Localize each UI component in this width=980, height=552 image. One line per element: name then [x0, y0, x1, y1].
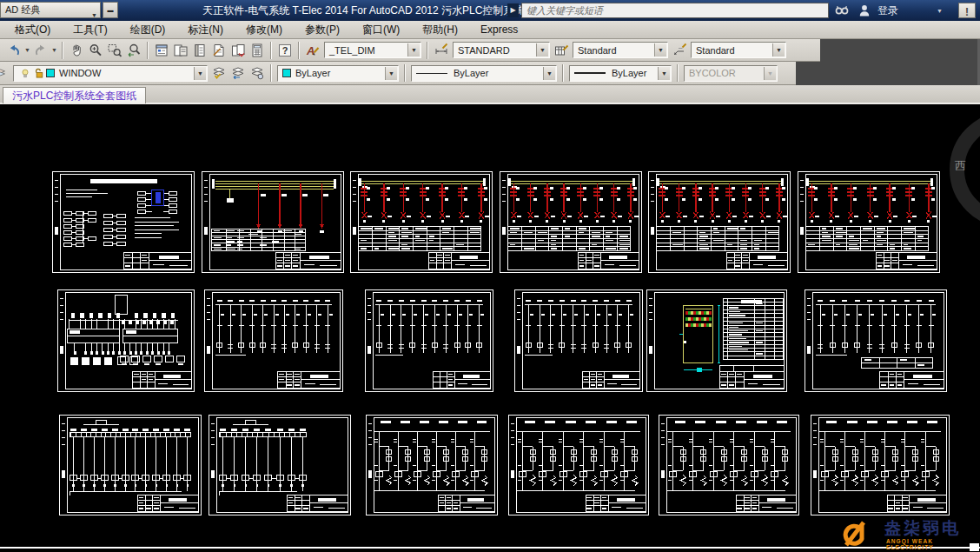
infocenter-alert-button[interactable]: ! — [958, 3, 976, 18]
toolbar-separator — [147, 42, 149, 59]
table-style-combo-value: Standard — [578, 45, 617, 56]
workspace-dropdown[interactable]: AD 经典 ▼ — [0, 2, 101, 18]
color-combo-value: ByLayer — [295, 68, 330, 78]
drawing-sheet-6-feeders[interactable] — [798, 171, 940, 273]
layers-partial-icon[interactable] — [0, 64, 11, 82]
toolbar-separator — [677, 64, 679, 82]
menu-item-format[interactable]: 格式(O) — [3, 21, 62, 38]
tablestyle-icon[interactable] — [552, 42, 571, 59]
drawing-sheet-17-control[interactable] — [659, 415, 799, 515]
drawing-sheet-3-feeders[interactable] — [350, 171, 493, 273]
redo-icon[interactable] — [31, 42, 50, 59]
menu-item-window[interactable]: 窗口(W) — [351, 21, 411, 38]
mleader-style-combo[interactable]: Standard▼ — [691, 42, 786, 58]
designcenter-icon[interactable] — [171, 42, 190, 59]
menu-item-help[interactable]: 帮助(H) — [411, 21, 469, 38]
svg-text:?: ? — [282, 45, 288, 56]
drawing-sheet-4-feeders[interactable] — [500, 171, 642, 273]
search-input[interactable] — [521, 3, 829, 18]
linetype-combo[interactable]: ByLayer▼ — [411, 65, 557, 82]
toolbar-row-1: ▼▼?A_TEL_DIM▼STANDARD▼Standard▼Standard▼ — [0, 39, 980, 62]
plot-style-combo[interactable]: BYCOLOR▼ — [684, 65, 778, 82]
help-icon[interactable]: ? — [275, 42, 295, 59]
object-color-swatch — [282, 69, 291, 77]
color-combo-arrow[interactable]: ▼ — [385, 67, 397, 80]
watermark-logo: 盎柒弱电 ANGQI WEAK ELECTRICITY — [834, 517, 980, 552]
toolbar-overflow-button[interactable]: ▬▼ — [103, 2, 118, 18]
drawing-sheet-8-schem1[interactable] — [204, 289, 343, 392]
markup-icon[interactable] — [228, 42, 248, 59]
dim-style-combo-value: STANDARD — [458, 45, 510, 56]
zoom-previous-icon[interactable] — [124, 42, 143, 59]
drawing-sheet-5-feeders[interactable] — [648, 171, 791, 273]
svg-text:A: A — [306, 44, 315, 57]
undo-history-arrow[interactable]: ▼ — [23, 47, 31, 53]
lineweight-sample — [574, 72, 606, 74]
drawing-sheet-10-schem1[interactable] — [514, 289, 643, 392]
drawing-sheet-12-schem2[interactable] — [805, 289, 947, 392]
toolbar-separator — [404, 64, 406, 82]
drawing-canvas[interactable]: 西 盎柒弱电 ANGQI WEAK ELECTRICITY — [0, 104, 980, 552]
login-button[interactable]: 登录 — [877, 0, 898, 21]
drawing-sheet-11-cabinet[interactable] — [646, 289, 787, 392]
properties-icon[interactable] — [152, 42, 171, 59]
linetype-combo-arrow[interactable]: ▼ — [543, 67, 555, 80]
mleader-style-combo-arrow[interactable]: ▼ — [772, 43, 785, 57]
search-binoculars-icon[interactable] — [834, 3, 853, 18]
login-chevron-icon[interactable]: ▼ — [937, 8, 943, 14]
menu-item-tools[interactable]: 工具(T) — [62, 21, 118, 38]
textstyle-icon[interactable]: A — [303, 42, 322, 59]
make-layer-current-icon[interactable] — [209, 64, 228, 82]
menu-item-dimension[interactable]: 标注(N) — [176, 21, 235, 38]
lineweight-combo[interactable]: ByLayer▼ — [569, 65, 672, 82]
drawing-sheet-14-ladder[interactable] — [209, 415, 351, 515]
calculator-icon[interactable] — [248, 42, 267, 59]
table-style-combo-arrow[interactable]: ▼ — [654, 43, 666, 57]
table-style-combo[interactable]: Standard▼ — [573, 42, 668, 58]
workspace-label: AD 经典 — [5, 4, 40, 15]
layer-combo[interactable]: WINDOW▼ — [13, 65, 208, 82]
lineweight-combo-arrow[interactable]: ▼ — [658, 67, 670, 80]
menu-item-draw[interactable]: 绘图(D) — [119, 21, 177, 38]
undo-icon[interactable] — [4, 42, 23, 59]
dim-style-combo-arrow[interactable]: ▼ — [536, 43, 548, 57]
drawing-sheet-18-control[interactable] — [811, 415, 950, 515]
layer-previous-icon[interactable] — [228, 64, 248, 82]
pan-icon[interactable] — [67, 42, 86, 59]
drawing-sheet-1-legend[interactable] — [52, 171, 195, 273]
text-style-combo-arrow[interactable]: ▼ — [407, 43, 420, 57]
menubar: 格式(O)工具(T)绘图(D)标注(N)修改(M)参数(P)窗口(W)帮助(H)… — [0, 21, 980, 39]
menu-item-params[interactable]: 参数(P) — [294, 21, 351, 38]
plot-style-combo-arrow[interactable]: ▼ — [764, 67, 776, 80]
redo-history-arrow[interactable]: ▼ — [50, 47, 58, 53]
color-combo[interactable]: ByLayer▼ — [277, 65, 399, 82]
drawing-sheet-15-control[interactable] — [366, 415, 498, 515]
toolbar-separator — [298, 42, 300, 59]
layer-unlock-icon[interactable] — [32, 64, 46, 82]
drawing-sheet-16-control[interactable] — [508, 415, 649, 515]
viewcube-west-label[interactable]: 西 — [955, 158, 966, 174]
search-flyout-button[interactable]: ▶ — [507, 3, 519, 17]
toolpalettes-icon[interactable] — [190, 42, 209, 59]
user-icon[interactable] — [857, 3, 876, 18]
mleaderstyle-icon[interactable] — [670, 42, 689, 59]
command-window-top-edge[interactable] — [0, 547, 980, 549]
layer-states-icon[interactable] — [248, 64, 267, 82]
plot-style-combo-value: BYCOLOR — [689, 68, 736, 78]
zoom-realtime-icon[interactable] — [86, 42, 105, 59]
menu-item-modify[interactable]: 修改(M) — [235, 21, 294, 38]
layer-combo-arrow[interactable]: ▼ — [194, 67, 206, 80]
dim-style-combo[interactable]: STANDARD▼ — [453, 42, 550, 58]
layer-on-bulb-icon[interactable] — [18, 64, 32, 82]
dimstyle-icon[interactable] — [432, 42, 451, 59]
drawing-sheet-9-schem1[interactable] — [365, 289, 493, 392]
document-tab-active[interactable]: 污水PLC控制系统全套图纸 — [3, 87, 146, 103]
text-style-combo[interactable]: _TEL_DIM▼ — [324, 42, 421, 58]
menu-item-express[interactable]: Express — [469, 21, 529, 38]
lineweight-combo-value: ByLayer — [612, 68, 646, 78]
drawing-sheet-2-bus4[interactable] — [202, 171, 344, 273]
sheetset-icon[interactable] — [209, 42, 228, 59]
drawing-sheet-7-plc[interactable] — [57, 289, 195, 392]
zoom-window-icon[interactable] — [105, 42, 124, 59]
drawing-sheet-13-ladder[interactable] — [59, 415, 202, 515]
